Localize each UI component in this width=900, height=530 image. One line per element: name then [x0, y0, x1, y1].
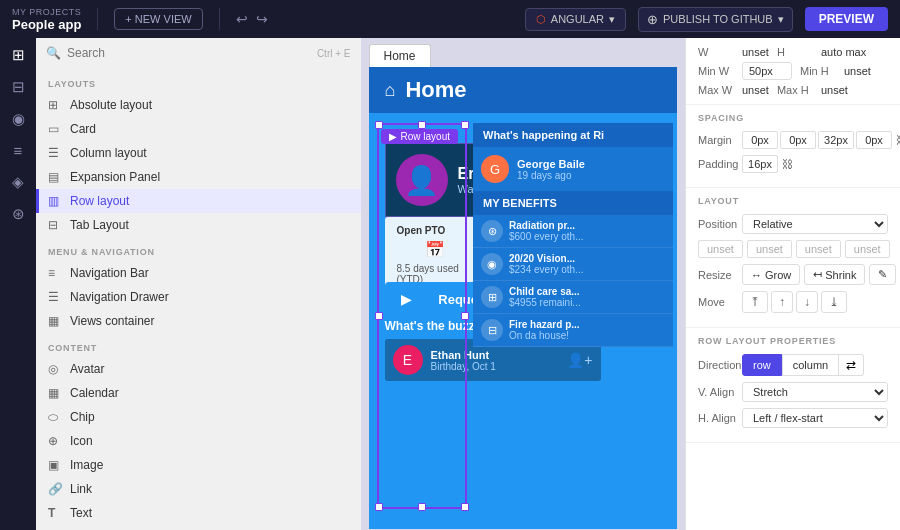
views-container-label: Views container — [70, 314, 155, 328]
row-direction-button[interactable]: row — [742, 354, 782, 376]
publish-chevron-icon: ▾ — [778, 13, 784, 26]
nav-bar-label: Navigation Bar — [70, 266, 149, 280]
components-icon[interactable]: ⊟ — [12, 78, 25, 96]
shrink-button[interactable]: ↤ Shrink — [804, 264, 865, 285]
nav-section-label: MENU & NAVIGATION — [36, 237, 361, 261]
sidebar-item-nav-drawer[interactable]: ☰ Navigation Drawer — [36, 285, 361, 309]
sidebar-item-tab-layout[interactable]: ⊟ Tab Layout — [36, 213, 361, 237]
handle-bc[interactable] — [418, 503, 426, 511]
sidebar-item-chip[interactable]: ⬭ Chip — [36, 405, 361, 429]
handle-tc[interactable] — [418, 121, 426, 129]
views-container-icon: ▦ — [48, 314, 62, 328]
undo-icon[interactable]: ↩ — [236, 11, 248, 27]
sidebar-item-expansion-panel[interactable]: ▤ Expansion Panel — [36, 165, 361, 189]
search-input[interactable] — [67, 46, 311, 60]
selection-box — [377, 123, 468, 509]
sidebar-item-calendar[interactable]: ▦ Calendar — [36, 381, 361, 405]
direction-swap-button[interactable]: ⇄ — [839, 354, 864, 376]
sidebar-item-text[interactable]: T Text — [36, 501, 361, 525]
angular-button[interactable]: ⬡ ANGULAR ▾ — [525, 8, 626, 31]
row-layout-props-title: ROW LAYOUT PROPERTIES — [698, 336, 888, 346]
row-layout-props-section: ROW LAYOUT PROPERTIES Direction row colu… — [686, 328, 900, 443]
handle-mr[interactable] — [461, 312, 469, 320]
benefit-amount-0: $600 every oth... — [509, 231, 584, 242]
w-value: unset — [742, 46, 769, 58]
assets-icon[interactable]: ◉ — [12, 110, 25, 128]
margin-left[interactable] — [856, 131, 892, 149]
settings-icon[interactable]: ⊛ — [12, 205, 25, 223]
margin-right[interactable] — [780, 131, 816, 149]
margin-label: Margin — [698, 134, 738, 146]
text-label: Text — [70, 506, 92, 520]
w-group: W unset — [698, 46, 769, 58]
sidebar-item-column-layout[interactable]: ☰ Column layout — [36, 141, 361, 165]
maxh-group: Max H unset — [777, 84, 848, 96]
unset-4: unset — [845, 240, 890, 258]
position-label: Position — [698, 218, 738, 230]
move-down-button[interactable]: ↓ — [796, 291, 818, 313]
search-bar: 🔍 Ctrl + E — [36, 38, 361, 69]
min-w-input[interactable] — [742, 62, 792, 80]
edit-icon: ✎ — [878, 268, 887, 281]
george-item: G George Baile 19 days ago — [473, 147, 673, 191]
halign-select[interactable]: Left / flex-start — [742, 408, 888, 428]
direction-group: row column ⇄ — [742, 354, 864, 376]
move-up-button[interactable]: ↑ — [771, 291, 793, 313]
column-direction-button[interactable]: column — [782, 354, 839, 376]
handle-ml[interactable] — [375, 312, 383, 320]
unset-row: unset unset unset unset — [698, 240, 888, 258]
halign-label: H. Align — [698, 412, 738, 424]
absolute-layout-icon: ⊞ — [48, 98, 62, 112]
padding-link-icon: ⛓ — [782, 158, 793, 170]
shrink-label: Shrink — [825, 269, 856, 281]
sidebar-item-avatar[interactable]: ◎ Avatar — [36, 357, 361, 381]
sidebar-item-nav-bar[interactable]: ≡ Navigation Bar — [36, 261, 361, 285]
my-benefits-title: MY BENEFITS — [473, 191, 673, 215]
link-label: Link — [70, 482, 92, 496]
sidebar-item-absolute-layout[interactable]: ⊞ Absolute layout — [36, 93, 361, 117]
sidebar-item-icon[interactable]: ⊕ Icon — [36, 429, 361, 453]
image-icon: ▣ — [48, 458, 62, 472]
chevron-down-icon: ▾ — [609, 13, 615, 26]
sidebar-item-image[interactable]: ▣ Image — [36, 453, 361, 477]
card-icon: ▭ — [48, 122, 62, 136]
resize-edit-button[interactable]: ✎ — [869, 264, 896, 285]
valign-select[interactable]: Stretch — [742, 382, 888, 402]
sidebar-item-row-layout[interactable]: ▥ Row layout — [36, 189, 361, 213]
data-icon[interactable]: ≡ — [14, 142, 23, 159]
new-view-button[interactable]: + NEW VIEW — [114, 8, 202, 30]
handle-tr[interactable] — [461, 121, 469, 129]
expansion-panel-icon: ▤ — [48, 170, 62, 184]
theme-icon[interactable]: ◈ — [12, 173, 24, 191]
add-person-icon: 👤+ — [567, 352, 592, 368]
halign-row: H. Align Left / flex-start — [698, 408, 888, 428]
tab-layout-icon: ⊟ — [48, 218, 62, 232]
padding-input[interactable] — [742, 155, 778, 173]
sidebar-item-link[interactable]: 🔗 Link — [36, 477, 361, 501]
right-panel: W unset H auto max Min W Min H unset — [685, 38, 900, 530]
position-select[interactable]: Relative — [742, 214, 888, 234]
george-name: George Baile — [517, 158, 585, 170]
grow-button[interactable]: ↔ Grow — [742, 264, 800, 285]
sidebar-item-card[interactable]: ▭ Card — [36, 117, 361, 141]
w-label: W — [698, 46, 738, 58]
margin-top[interactable] — [742, 131, 778, 149]
handle-tl[interactable] — [375, 121, 383, 129]
canvas-tab[interactable]: Home — [369, 44, 431, 67]
text-icon: T — [48, 506, 62, 520]
preview-button[interactable]: PREVIEW — [805, 7, 888, 31]
icon-icon: ⊕ — [48, 434, 62, 448]
move-top-button[interactable]: ⤒ — [742, 291, 768, 313]
move-bottom-button[interactable]: ⤓ — [821, 291, 847, 313]
column-layout-label: Column layout — [70, 146, 147, 160]
unset-1: unset — [698, 240, 743, 258]
benefit-name-3: Fire hazard p... — [509, 319, 580, 330]
margin-bottom[interactable] — [818, 131, 854, 149]
redo-icon[interactable]: ↪ — [256, 11, 268, 27]
publish-button[interactable]: ⊕ PUBLISH TO GITHUB ▾ — [638, 7, 793, 32]
handle-bl[interactable] — [375, 503, 383, 511]
sidebar-item-views-container[interactable]: ▦ Views container — [36, 309, 361, 333]
absolute-layout-label: Absolute layout — [70, 98, 152, 112]
layers-icon[interactable]: ⊞ — [12, 46, 25, 64]
handle-br[interactable] — [461, 503, 469, 511]
